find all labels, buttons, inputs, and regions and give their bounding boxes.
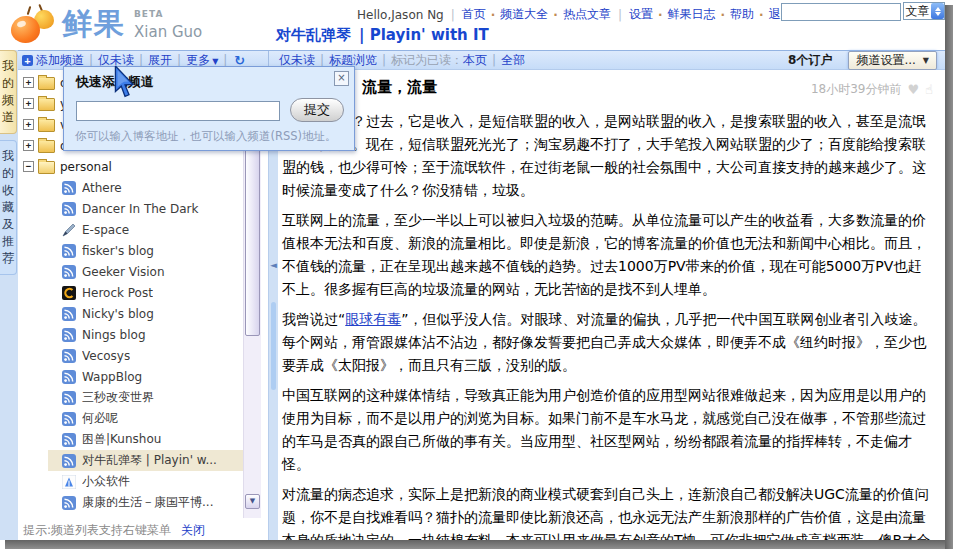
hint-close-link[interactable]: 关闭 [181,523,205,537]
article-paragraph: 互联网上的流量，至少一半以上可以被归入垃圾的范畴。从单位流量可以产生的收益看，大… [282,209,935,301]
separator: | [618,8,622,22]
tree-item-label: Vecosys [82,349,130,363]
nav-link-settings[interactable]: 设置 [629,6,653,23]
nav-link-xianguo-blog[interactable]: 鲜果日志 [668,6,716,23]
tree-item-label: 小众软件 [82,473,130,490]
nav-link-home[interactable]: 首页 [462,6,486,23]
collapse-icon[interactable]: − [23,161,34,172]
rss-icon [62,349,76,363]
rss-icon [62,328,76,342]
brand-name[interactable]: 鲜果 [62,4,126,45]
tree-item-label: Nicky's blog [82,307,154,321]
feed-row[interactable]: fisker's blog [48,240,251,261]
mark-read-all-link[interactable]: 全部 [501,52,525,69]
tree-item-label: Herock Post [82,286,153,300]
article-title[interactable]: 流量，流量 [362,78,437,97]
rss-icon [62,307,76,321]
close-icon[interactable]: × [334,71,349,86]
search-type-select[interactable]: 文章 [903,2,945,20]
rss-icon [62,181,76,195]
splitter-handle[interactable] [271,302,276,390]
rss-icon [62,496,76,510]
folder-icon [38,119,55,132]
article-meta: 18小时39分钟前 ♥ ☝ [811,81,933,98]
tab-my-channels[interactable]: 我的频道 [0,50,17,134]
expand-icon[interactable]: + [23,119,34,130]
rss-icon [62,454,76,468]
current-channel-title: 对牛乱弹琴| Playin' with IT [276,26,489,45]
search-input[interactable] [781,3,901,21]
folder-row[interactable]: −personal [18,156,251,177]
top-nav-links: 首页·频道大全·热点文章|设置·鲜果日志·帮助·退出 [462,6,793,23]
left-tab-strip: 我的频道 我的收藏及推荐 [0,50,18,540]
feed-row[interactable]: Herock Post [48,282,251,303]
separator: | [320,53,324,67]
nav-link-hot-articles[interactable]: 热点文章 [563,6,611,23]
feed-row[interactable]: WappBlog [48,366,251,387]
feed-row[interactable]: 康康的生活－康国平博... [48,492,251,513]
heart-icon[interactable]: ♥ [907,82,919,97]
folder-icon [38,77,55,90]
nav-link-channel-directory[interactable]: 频道大全 [500,6,548,23]
plus-icon: + [22,55,33,66]
feed-row[interactable]: 小众软件 [48,471,251,492]
channel-url-input[interactable] [76,101,280,121]
rss-icon [62,412,76,426]
feed-row[interactable]: 对牛乱弹琴 | Playin' w... [48,450,251,471]
feed-row[interactable]: Nicky's blog [48,303,251,324]
nav-link-help[interactable]: 帮助 [730,6,754,23]
feed-row[interactable]: E-space [48,219,251,240]
tree-item-label: WappBlog [82,370,142,384]
window-shadow [5,540,945,549]
thumbs-up-icon[interactable]: ☝ [925,82,933,97]
feed-row[interactable]: Athere [48,177,251,198]
xianguo-logo-icon[interactable] [10,3,58,47]
article-paragraph: 对流量的病态追求，实际上是把新浪的商业模式硬套到自己头上，连新浪自己都没解决UG… [282,483,935,540]
feed-row[interactable]: Geeker Vision [48,261,251,282]
rss-icon [62,244,76,258]
channel-settings-button[interactable]: 频道设置... ▼ [848,51,937,70]
folder-icon [38,140,55,153]
mark-read-this-page-link[interactable]: 本页 [463,52,487,69]
rss-icon [62,202,76,216]
separator: | [492,53,496,67]
feed-row[interactable]: Dancer In The Dark [48,198,251,219]
tree-item-label: Geeker Vision [82,265,165,279]
tree-item-label: Athere [82,181,122,195]
expand-icon[interactable]: + [23,140,34,151]
tree-item-label: Dancer In The Dark [82,202,199,216]
tree-item-label: 对牛乱弹琴 | Playin' w... [82,452,217,469]
sidebar-hint-bar: 提示:频道列表支持右键菜单 关闭 [18,518,268,540]
separator-dot: · [658,8,663,22]
feed-row[interactable]: 三秒改变世界 [48,387,251,408]
dialog-hint-text: 你可以输入博客地址，也可以输入频道(RSS)地址。 [75,129,337,144]
article-header: 流量，流量 18小时39分钟前 ♥ ☝ [282,78,935,100]
app-window: 鲜果 BETA Xian Guo Hello,Jason Ng | 首页·频道大… [0,0,945,540]
chevron-down-icon: ▼ [923,56,929,65]
tree-item-label: 困兽|Kunshou [82,431,161,448]
article-timestamp: 18小时39分钟前 [811,81,902,98]
feed-row[interactable]: 何必呢 [48,408,251,429]
inline-link[interactable]: 眼球有毒 [345,311,401,327]
expand-icon[interactable]: + [23,77,34,88]
tab-my-favorites[interactable]: 我的收藏及推荐 [0,140,17,275]
select-spinner-icon[interactable] [931,3,944,19]
separator: | [177,53,181,67]
content-toolbar: 仅未读 | 标题浏览 | 标记为已读： 本页 | 全部 8个订户 频道设置...… [268,51,945,69]
mouse-cursor-icon [114,66,136,99]
feed-row[interactable]: Nings blog [48,324,251,345]
mark-read-label: 标记为已读： [391,52,463,69]
feed-row[interactable]: 困兽|Kunshou [48,429,251,450]
separator-dot: · [721,8,726,22]
header: 鲜果 BETA Xian Guo Hello,Jason Ng | 首页·频道大… [0,0,945,50]
quick-add-channel-dialog: 快速添加频道 × 提交 你可以输入博客地址，也可以输入频道(RSS)地址。 [63,66,355,151]
tree-item-label: E-space [82,223,129,237]
folder-icon [38,161,55,174]
submit-button[interactable]: 提交 [290,98,344,122]
collapse-left-icon[interactable]: ◄ [270,260,277,270]
scroll-down-button[interactable]: ▼ [245,494,260,509]
separator: | [451,8,455,22]
feed-row[interactable]: Vecosys [48,345,251,366]
separator: | [89,53,93,67]
expand-icon[interactable]: + [23,98,34,109]
